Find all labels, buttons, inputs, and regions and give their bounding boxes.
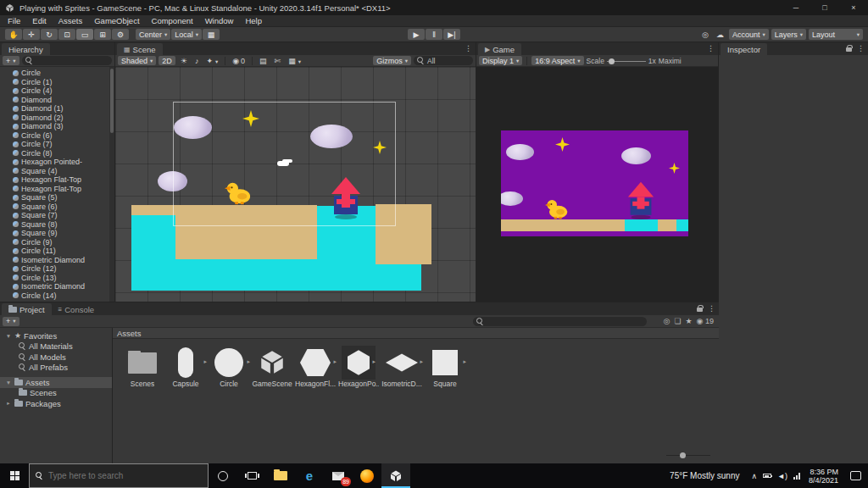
- display-dropdown[interactable]: Display 1▾: [479, 56, 522, 65]
- tab-inspector[interactable]: Inspector: [721, 43, 767, 55]
- hierarchy-item[interactable]: Diamond (1): [0, 104, 114, 114]
- scene-search-input[interactable]: All: [414, 56, 473, 65]
- hierarchy-item[interactable]: Circle (12): [0, 264, 114, 274]
- cut-tool-icon[interactable]: ✄: [272, 57, 284, 65]
- asset-tile-isometric-diamond[interactable]: ▸ IsometricD...: [381, 346, 423, 388]
- save-search-star-icon[interactable]: ★: [686, 317, 693, 325]
- asset-tile-hexagon-flat[interactable]: ▸ HexagonFl...: [294, 346, 337, 388]
- tab-project[interactable]: Project: [2, 303, 52, 315]
- lock-icon[interactable]: [846, 47, 852, 52]
- hierarchy-item[interactable]: Circle (4): [0, 86, 114, 96]
- expand-arrow-icon[interactable]: ▸: [333, 358, 337, 365]
- slider-knob[interactable]: [680, 452, 686, 458]
- expander-right-icon[interactable]: ▸: [5, 400, 12, 407]
- hierarchy-item[interactable]: Diamond (3): [0, 122, 114, 131]
- network-icon[interactable]: [793, 473, 800, 480]
- maximize-on-play-button[interactable]: Maximi: [659, 57, 682, 65]
- step-button[interactable]: ▶|: [443, 29, 460, 40]
- weather-widget[interactable]: 75°F Mostly sunny: [660, 471, 744, 480]
- thumbnail-zoom-slider[interactable]: [666, 452, 710, 459]
- firefox-button[interactable]: [353, 463, 381, 488]
- hierarchy-item[interactable]: Circle (11): [0, 247, 114, 256]
- add-gameobject-button[interactable]: +▾: [3, 56, 19, 65]
- maximize-button[interactable]: □: [810, 0, 839, 15]
- taskbar-clock[interactable]: 8:36 PM 8/4/2021: [807, 468, 840, 485]
- battery-icon[interactable]: [763, 474, 771, 478]
- unity-taskbar-button[interactable]: [381, 463, 410, 488]
- scene-viewport[interactable]: [115, 67, 476, 302]
- project-menu-icon[interactable]: ⋮: [708, 304, 715, 313]
- hierarchy-item[interactable]: Circle (14): [0, 291, 114, 301]
- scene-menu-icon[interactable]: ⋮: [465, 44, 472, 53]
- scale-tool-icon[interactable]: ⊡: [58, 29, 75, 40]
- shading-dropdown[interactable]: Shaded▾: [118, 56, 156, 65]
- 2d-toggle-button[interactable]: 2D: [159, 56, 175, 65]
- preferences-icon[interactable]: ◎: [699, 30, 711, 39]
- hierarchy-item[interactable]: Square (6): [0, 202, 114, 212]
- hierarchy-item[interactable]: Hexagon Flat-Top: [0, 175, 114, 185]
- search-by-type-icon[interactable]: ◎: [664, 317, 670, 325]
- play-button[interactable]: ▶: [408, 29, 425, 40]
- search-by-label-icon[interactable]: ❏: [674, 317, 681, 325]
- space-toggle-button[interactable]: Local▾: [171, 29, 202, 40]
- task-view-button[interactable]: [237, 463, 266, 488]
- menu-component[interactable]: Component: [146, 16, 199, 25]
- game-menu-icon[interactable]: ⋮: [707, 44, 715, 53]
- asset-tile-capsule[interactable]: ▸ Capsule: [164, 346, 207, 388]
- hand-tool-icon[interactable]: ✋: [5, 29, 22, 40]
- grid-settings-icon[interactable]: ▦▾: [286, 57, 303, 65]
- cloud-services-icon[interactable]: ☁: [714, 30, 726, 39]
- tab-game[interactable]: ▶Game: [478, 43, 521, 55]
- hierarchy-item[interactable]: Circle (8): [0, 149, 114, 158]
- add-asset-button[interactable]: +▾: [3, 317, 19, 326]
- expand-arrow-icon[interactable]: ▸: [372, 358, 376, 365]
- expand-arrow-icon[interactable]: ▸: [203, 358, 207, 365]
- transform-tool-icon[interactable]: ⊞: [94, 29, 111, 40]
- hierarchy-item[interactable]: Diamond (2): [0, 114, 114, 123]
- expand-arrow-icon[interactable]: ▸: [463, 358, 466, 365]
- hierarchy-item[interactable]: Circle: [0, 69, 114, 78]
- aspect-dropdown[interactable]: 16:9 Aspect▾: [531, 56, 583, 65]
- tree-item-all-prefabs[interactable]: All Prefabs: [0, 363, 112, 374]
- hierarchy-item[interactable]: Square (5): [0, 193, 114, 202]
- file-explorer-button[interactable]: [266, 463, 295, 488]
- rect-tool-icon[interactable]: ▭: [76, 29, 93, 40]
- custom-tool-icon[interactable]: ⚙: [112, 29, 129, 40]
- taskbar-search[interactable]: [29, 463, 209, 488]
- hierarchy-item[interactable]: Square (8): [0, 220, 114, 230]
- tab-scene[interactable]: ▦Scene: [117, 43, 163, 55]
- account-dropdown[interactable]: Account▾: [729, 29, 769, 40]
- move-tool-icon[interactable]: ✛: [23, 29, 40, 40]
- lock-icon[interactable]: [697, 308, 703, 312]
- tree-item-assets[interactable]: ▼Assets: [0, 377, 112, 388]
- hierarchy-item[interactable]: Circle (9): [0, 238, 114, 247]
- tree-item-all-models[interactable]: All Models: [0, 352, 112, 363]
- rotate-tool-icon[interactable]: ↻: [41, 29, 58, 40]
- expander-down-icon[interactable]: ▼: [5, 380, 12, 385]
- grid-snap-icon[interactable]: ▦: [203, 29, 220, 40]
- project-search-input[interactable]: [473, 317, 647, 326]
- speaker-icon[interactable]: ◄): [777, 472, 787, 480]
- hierarchy-item[interactable]: Isometric Diamond: [0, 256, 114, 265]
- effects-dropdown-icon[interactable]: ✦▾: [203, 57, 220, 65]
- hierarchy-item[interactable]: Circle (6): [0, 131, 114, 141]
- asset-tile-gamescene[interactable]: GameScene: [251, 346, 293, 388]
- scene-visibility-icon[interactable]: ◉0: [230, 57, 248, 65]
- hierarchy-item[interactable]: Circle (13): [0, 274, 114, 283]
- cortana-button[interactable]: [209, 463, 237, 488]
- hierarchy-item[interactable]: Circle (7): [0, 140, 114, 149]
- hierarchy-item[interactable]: Square (9): [0, 229, 114, 238]
- menu-gameobject[interactable]: GameObject: [88, 16, 145, 25]
- tree-item-packages[interactable]: ▸Packages: [0, 398, 112, 409]
- asset-tile-circle[interactable]: ▸ Circle: [208, 346, 250, 388]
- mail-button[interactable]: 89: [324, 463, 353, 488]
- hierarchy-item[interactable]: Square (7): [0, 211, 114, 220]
- hierarchy-search-input[interactable]: [22, 56, 112, 65]
- minimize-button[interactable]: ─: [782, 0, 810, 15]
- camera-settings-icon[interactable]: ▤: [257, 57, 270, 65]
- tree-item-all-materials[interactable]: All Materials: [0, 341, 112, 352]
- expand-arrow-icon[interactable]: ▸: [247, 358, 250, 365]
- inspector-menu-icon[interactable]: ⋮: [857, 44, 865, 53]
- asset-tile-scenes[interactable]: Scenes: [121, 346, 164, 388]
- hierarchy-scrollbar[interactable]: [109, 67, 114, 302]
